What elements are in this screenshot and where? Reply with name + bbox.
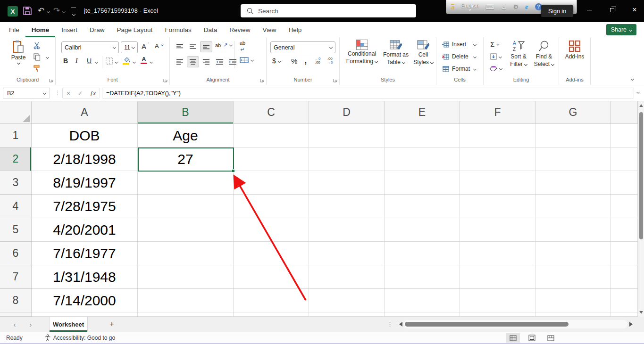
number-format-combo[interactable]: General — [270, 41, 335, 53]
clipboard-dialog-launcher-icon[interactable] — [49, 78, 54, 82]
cell[interactable] — [309, 124, 385, 147]
accessibility-status[interactable]: Accessibility: Good to go — [53, 335, 115, 341]
conditional-formatting-button[interactable]: Conditional Formatting — [343, 40, 380, 65]
sign-in-tooltip[interactable]: Sign in — [541, 5, 573, 17]
tabbar-resize-dots[interactable]: ⋮ — [387, 321, 393, 328]
alignment-dialog-launcher-icon[interactable] — [260, 78, 265, 82]
formula-input[interactable]: =DATEDIF(A2,TODAY(),"Y") — [102, 88, 634, 98]
row-header-3[interactable]: 3 — [0, 171, 32, 195]
cell-a6[interactable]: 7/16/1977 — [32, 242, 138, 265]
percent-style-button[interactable]: % — [291, 57, 297, 65]
top-align-button[interactable] — [174, 41, 186, 52]
row-header-7[interactable]: 7 — [0, 265, 32, 289]
cell-b5[interactable] — [138, 218, 234, 242]
cell[interactable] — [611, 124, 638, 147]
scroll-right-icon[interactable] — [629, 322, 633, 327]
tab-insert[interactable]: Insert — [55, 22, 84, 37]
cut-icon[interactable] — [33, 42, 41, 49]
cell[interactable] — [309, 218, 385, 242]
cell-a1[interactable]: DOB — [32, 124, 138, 147]
cell[interactable] — [535, 147, 611, 171]
cell-styles-button[interactable]: Cell Styles — [411, 40, 435, 66]
cell[interactable] — [535, 124, 611, 147]
customize-quick-access-toolbar-icon[interactable] — [71, 8, 76, 17]
find-select-button[interactable]: Find & Select — [532, 40, 556, 67]
cell[interactable] — [460, 171, 535, 195]
row-header-4[interactable]: 4 — [0, 195, 32, 218]
borders-icon[interactable] — [106, 57, 113, 65]
cell[interactable] — [234, 195, 309, 218]
cell[interactable] — [460, 312, 535, 317]
cell[interactable] — [309, 171, 385, 195]
cell-b3[interactable] — [138, 171, 234, 195]
tab-data[interactable]: Data — [198, 22, 224, 37]
cell[interactable] — [385, 195, 460, 218]
delete-cells-button[interactable]: Delete — [442, 53, 476, 60]
formula-bar-resize-dots[interactable]: ⋮ — [55, 90, 60, 96]
column-header-partial[interactable] — [611, 101, 638, 124]
orientation-button[interactable]: ab↗ — [215, 42, 232, 48]
insert-cells-button[interactable]: Insert — [442, 41, 476, 48]
restore-button[interactable] — [601, 0, 623, 20]
row-header-6[interactable]: 6 — [0, 242, 32, 265]
cell[interactable] — [611, 147, 638, 171]
column-header-f[interactable]: F — [460, 101, 535, 124]
avro-keyboard-icon[interactable] — [451, 4, 454, 10]
cell-b1[interactable]: Age — [138, 124, 234, 147]
sort-filter-button[interactable]: A Z Sort & Filter — [506, 40, 531, 67]
cell-a5[interactable]: 4/20/2001 — [32, 218, 138, 242]
row-header-5[interactable]: 5 — [0, 218, 32, 242]
cell-b7[interactable] — [138, 265, 234, 289]
decrease-indent-button[interactable] — [213, 56, 226, 67]
addins-button[interactable]: Add-ins — [563, 40, 586, 60]
column-header-e[interactable]: E — [385, 101, 460, 124]
keyboard-icon[interactable] — [485, 3, 494, 10]
insert-function-icon[interactable]: ƒx — [90, 90, 96, 97]
page-layout-view-button[interactable] — [525, 333, 539, 343]
collapse-ribbon-icon[interactable] — [631, 77, 634, 81]
cell-a7[interactable]: 1/31/1948 — [32, 265, 138, 289]
cell[interactable] — [611, 218, 638, 242]
cell[interactable] — [535, 265, 611, 289]
cell[interactable] — [460, 242, 535, 265]
cell-b2-selected[interactable]: 27 — [138, 147, 234, 171]
cell[interactable] — [234, 171, 309, 195]
scroll-left-icon[interactable] — [399, 322, 402, 327]
align-right-button[interactable] — [200, 56, 212, 67]
cell[interactable] — [611, 195, 638, 218]
cell[interactable] — [535, 195, 611, 218]
normal-view-button[interactable] — [506, 333, 520, 343]
merge-center-button[interactable] — [240, 57, 253, 63]
format-as-table-button[interactable]: Format as Table — [381, 40, 410, 66]
cell[interactable] — [460, 289, 535, 312]
cell[interactable] — [611, 289, 638, 312]
bold-button[interactable]: B — [63, 57, 68, 65]
cell[interactable] — [234, 265, 309, 289]
tab-page-layout[interactable]: Page Layout — [111, 22, 159, 37]
tab-help[interactable]: Help — [282, 22, 308, 37]
close-button[interactable]: × — [624, 0, 644, 20]
cell[interactable] — [611, 242, 638, 265]
cell[interactable] — [32, 312, 138, 317]
column-header-g[interactable]: G — [535, 101, 611, 124]
underline-button[interactable]: U — [87, 57, 92, 65]
column-header-b[interactable]: B — [138, 101, 234, 124]
fill-color-chevron-icon[interactable] — [133, 60, 136, 64]
cell[interactable] — [309, 265, 385, 289]
figure-icon[interactable] — [501, 3, 507, 10]
row-header-2[interactable]: 2 — [0, 147, 32, 171]
sheet-tab-worksheet[interactable]: Worksheet — [49, 317, 88, 332]
share-button[interactable]: Share — [606, 24, 636, 35]
format-cells-button[interactable]: Format — [442, 66, 476, 72]
page-break-preview-button[interactable] — [544, 333, 558, 343]
column-header-a[interactable]: A — [32, 101, 138, 124]
cell[interactable] — [460, 195, 535, 218]
save-icon[interactable] — [23, 6, 32, 16]
tab-file[interactable]: File — [3, 22, 25, 37]
row-header-9-partial[interactable] — [0, 312, 32, 317]
cell[interactable] — [460, 218, 535, 242]
cell[interactable] — [385, 218, 460, 242]
increase-decimal-button[interactable]: ←0.00 — [315, 57, 320, 65]
gear-icon[interactable] — [513, 3, 519, 10]
align-left-button[interactable] — [174, 56, 186, 67]
